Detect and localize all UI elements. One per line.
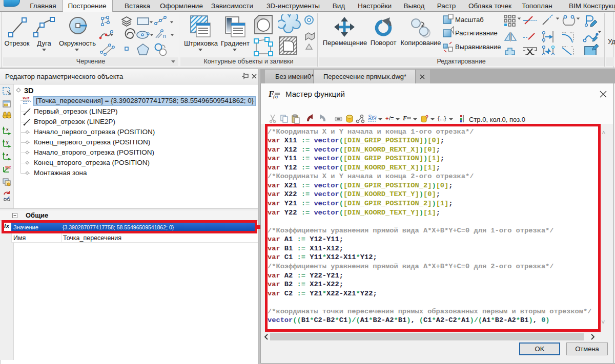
svg-text:y: y <box>6 140 9 144</box>
svg-text:xyz: xyz <box>5 165 11 169</box>
svg-text:Sys: Sys <box>368 114 377 120</box>
svg-text:+: + <box>385 115 388 121</box>
svg-text:(x): (x) <box>273 95 278 99</box>
svg-text:F: F <box>402 115 407 122</box>
svg-text:{...}: {...} <box>438 115 446 121</box>
svg-text:z: z <box>6 153 8 157</box>
svg-text:x: x <box>6 127 9 132</box>
svg-text:?: ? <box>425 115 428 120</box>
svg-text:/=: /= <box>389 115 394 121</box>
svg-text:n: n <box>163 33 166 39</box>
